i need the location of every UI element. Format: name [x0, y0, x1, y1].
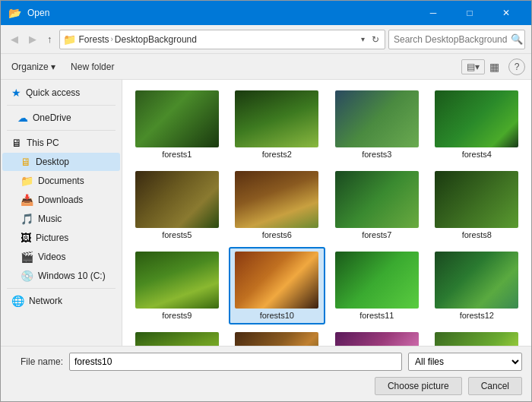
sidebar-divider-3 — [7, 288, 116, 289]
file-thumbnail-forests15 — [335, 332, 419, 346]
organize-button[interactable]: Organize ▾ — [7, 59, 60, 74]
sidebar-divider-1 — [7, 105, 116, 106]
forward-button[interactable]: ▶ — [25, 31, 40, 47]
file-thumbnail-forests4 — [435, 90, 518, 147]
sidebar-item-quick-access[interactable]: ★ Quick access — [2, 84, 120, 102]
file-thumbnail-forests6 — [235, 171, 318, 228]
up-button[interactable]: ↑ — [43, 31, 56, 47]
file-name-forests4: forests4 — [462, 150, 492, 159]
sidebar-divider-2 — [7, 130, 116, 131]
documents-icon: 📁 — [21, 175, 33, 187]
file-name-forests9: forests9 — [162, 311, 192, 320]
new-folder-button[interactable]: New folder — [66, 59, 119, 74]
file-thumbnail-forests16 — [435, 332, 518, 346]
view-columns-button[interactable]: ▦ — [486, 59, 502, 74]
file-thumbnail-forests14 — [235, 332, 318, 346]
sidebar-item-documents[interactable]: 📁 Documents — [2, 172, 120, 190]
refresh-button[interactable]: ↻ — [369, 34, 382, 45]
file-item-forests2[interactable]: forests2 — [229, 86, 326, 163]
file-item-forests14[interactable]: forests14 — [229, 328, 326, 346]
main-area: ★ Quick access ☁ OneDrive 🖥 This PC 🖥 De… — [1, 80, 531, 346]
address-parts: Forests › DesktopBackground — [79, 34, 357, 45]
choose-picture-button[interactable]: Choose picture — [375, 377, 462, 395]
organize-label: Organize — [11, 62, 49, 72]
drive-icon: 💿 — [21, 270, 33, 282]
folder-icon: 📁 — [63, 33, 76, 46]
sidebar-item-videos[interactable]: 🎬 Videos — [2, 248, 120, 266]
minimize-button[interactable]: ─ — [416, 5, 451, 21]
network-icon: 🌐 — [11, 295, 24, 307]
file-thumbnail-forests9 — [135, 252, 219, 309]
file-thumbnail-forests10 — [235, 252, 318, 309]
dialog-icon: 📂 — [8, 7, 21, 19]
desktop-icon: 🖥 — [21, 156, 31, 168]
file-name-forests10: forests10 — [260, 311, 294, 320]
help-button[interactable]: ? — [508, 59, 525, 75]
view-toggle-button[interactable]: ▤▾ — [461, 59, 485, 74]
maximize-button[interactable]: □ — [452, 5, 487, 21]
file-name-forests5: forests5 — [162, 230, 192, 239]
open-dialog: 📂 Open ─ □ ✕ ◀ ▶ ↑ 📁 Forests › DesktopBa… — [0, 0, 532, 402]
star-icon: ★ — [11, 87, 21, 99]
file-name-forests3: forests3 — [362, 150, 391, 159]
file-name-forests11: forests11 — [359, 311, 394, 320]
file-name-forests7: forests7 — [362, 230, 391, 239]
sidebar-item-pictures[interactable]: 🖼 Pictures — [2, 229, 120, 247]
file-item-forests16[interactable]: forests16 — [429, 328, 526, 346]
filename-input[interactable] — [69, 353, 402, 371]
sidebar-item-desktop[interactable]: 🖥 Desktop — [2, 153, 120, 171]
file-name-forests1: forests1 — [162, 150, 192, 159]
music-icon: 🎵 — [21, 213, 33, 225]
file-thumbnail-forests3 — [335, 90, 419, 147]
file-item-forests11[interactable]: forests11 — [328, 247, 426, 324]
videos-icon: 🎬 — [21, 251, 33, 263]
address-bar[interactable]: 📁 Forests › DesktopBackground ▾ ↻ — [59, 30, 386, 49]
file-name-forests8: forests8 — [462, 230, 492, 239]
cancel-button[interactable]: Cancel — [468, 377, 522, 395]
file-thumbnail-forests1 — [135, 90, 219, 147]
file-item-forests1[interactable]: forests1 — [128, 86, 226, 163]
search-bar[interactable]: 🔍 — [388, 30, 525, 49]
sidebar: ★ Quick access ☁ OneDrive 🖥 This PC 🖥 De… — [1, 80, 122, 346]
file-item-forests10[interactable]: forests10 — [229, 247, 326, 324]
filename-label: File name: — [10, 356, 63, 367]
file-item-forests7[interactable]: forests7 — [328, 166, 426, 244]
toolbar: Organize ▾ New folder ▤▾ ▦ ? — [1, 54, 531, 80]
file-item-forests3[interactable]: forests3 — [328, 86, 426, 163]
file-thumbnail-forests5 — [135, 171, 219, 228]
sidebar-item-music[interactable]: 🎵 Music — [2, 210, 120, 228]
file-item-forests12[interactable]: forests12 — [429, 247, 526, 324]
file-name-forests6: forests6 — [262, 230, 292, 239]
nav-bar: ◀ ▶ ↑ 📁 Forests › DesktopBackground ▾ ↻ … — [1, 25, 531, 54]
filetype-select[interactable]: All filesJPEG (*.jpg)PNG (*.png)BMP (*.b… — [408, 353, 522, 371]
file-name-forests2: forests2 — [262, 150, 292, 159]
close-button[interactable]: ✕ — [489, 5, 524, 21]
file-thumbnail-forests7 — [335, 171, 419, 228]
bottom-bar: File name: All filesJPEG (*.jpg)PNG (*.p… — [1, 346, 531, 401]
file-thumbnail-forests8 — [435, 171, 518, 228]
address-part-forests: Forests — [79, 34, 109, 45]
computer-icon: 🖥 — [11, 137, 22, 149]
search-input[interactable] — [394, 34, 508, 45]
file-item-forests4[interactable]: forests4 — [429, 86, 526, 163]
address-separator-1: › — [111, 35, 113, 43]
sidebar-item-onedrive[interactable]: ☁ OneDrive — [2, 109, 120, 127]
file-item-forests8[interactable]: forests8 — [429, 166, 526, 244]
file-item-forests15[interactable]: forests15 — [328, 328, 426, 346]
sidebar-item-downloads[interactable]: 📥 Downloads — [2, 191, 120, 209]
file-thumbnail-forests12 — [435, 252, 518, 309]
title-bar-controls: ─ □ ✕ — [416, 5, 524, 21]
file-item-forests13[interactable]: forests13 — [128, 328, 226, 346]
back-button[interactable]: ◀ — [7, 31, 22, 47]
sidebar-item-this-pc[interactable]: 🖥 This PC — [2, 134, 120, 152]
address-dropdown-button[interactable]: ▾ — [359, 35, 366, 43]
sidebar-item-network[interactable]: 🌐 Network — [2, 292, 120, 310]
file-item-forests5[interactable]: forests5 — [128, 166, 226, 244]
file-item-forests9[interactable]: forests9 — [128, 247, 226, 324]
sidebar-item-windows10[interactable]: 💿 Windows 10 (C:) — [2, 267, 120, 285]
file-grid: forests1forests2forests3forests4forests5… — [128, 86, 525, 346]
title-bar-title: Open — [27, 8, 49, 18]
file-item-forests6[interactable]: forests6 — [229, 166, 326, 244]
title-bar-left: 📂 Open — [8, 7, 49, 19]
content-area: forests1forests2forests3forests4forests5… — [122, 80, 531, 346]
